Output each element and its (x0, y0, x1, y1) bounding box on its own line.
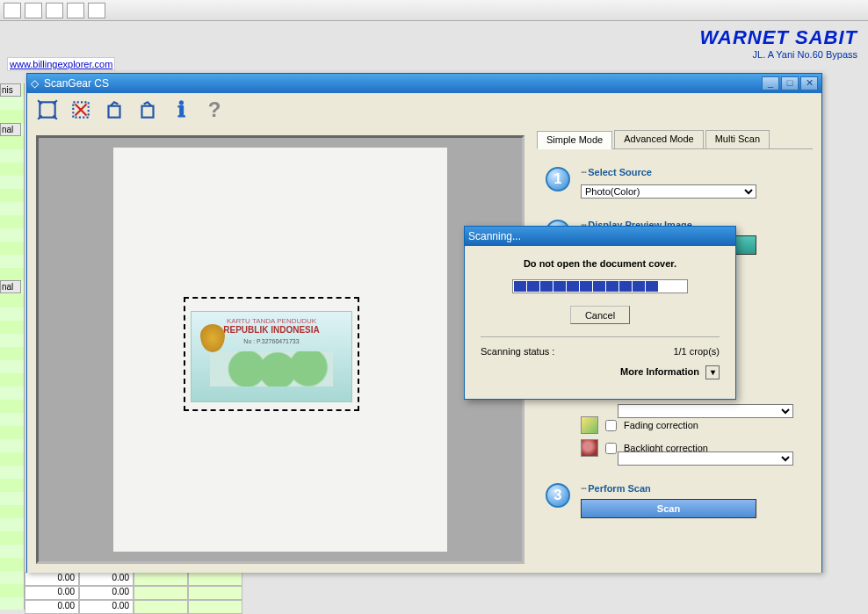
brand-block: WARNET SABIT JL. A Yani No.60 Bypass (700, 26, 857, 60)
tool-icon-1[interactable] (4, 3, 21, 18)
brand-title: WARNET SABIT (700, 26, 857, 49)
maximize-button[interactable]: □ (781, 76, 799, 90)
grid-cell (134, 572, 188, 586)
scan-button[interactable]: Scan (581, 499, 756, 518)
fading-icon (581, 416, 598, 434)
dialog-title: Scanning... (468, 230, 521, 242)
dialog-message: Do not open the document cover. (481, 258, 720, 269)
brand-subtitle: JL. A Yani No.60 Bypass (700, 49, 857, 60)
step-1: 1 Select Source Photo(Color) (546, 167, 804, 199)
info-icon[interactable]: ℹ (168, 97, 194, 123)
window-toolbar: ℹ ? (27, 93, 821, 126)
clear-crop-icon[interactable] (68, 97, 94, 123)
mode-tabs: Simple Mode Advanced Mode Multi Scan (537, 130, 813, 149)
grid-cell: 0.00 (25, 586, 79, 600)
source-select[interactable]: Photo(Color) (581, 184, 756, 199)
step-number-1: 1 (546, 167, 570, 191)
backlight-icon (581, 439, 598, 457)
progress-segment (606, 281, 618, 292)
progress-segment (527, 281, 539, 292)
progress-segment (567, 281, 579, 292)
tool-icon-5[interactable] (88, 3, 105, 18)
grid-cell (188, 572, 242, 586)
emblem-icon (200, 324, 225, 352)
svg-rect-0 (40, 102, 54, 117)
progress-segment (619, 281, 632, 292)
progress-segment (540, 281, 553, 292)
tool-icon-3[interactable] (46, 3, 63, 18)
scanning-dialog: Scanning... Do not open the document cov… (464, 226, 736, 400)
scanned-paper: KARTU TANDA PENDUDUK REPUBLIK INDONESIA … (113, 148, 447, 552)
grid-cell (188, 600, 242, 614)
grid-cell: 0.00 (79, 600, 134, 614)
id-card-preview: KARTU TANDA PENDUDUK REPUBLIK INDONESIA … (191, 311, 352, 402)
fading-checkbox[interactable] (605, 420, 617, 431)
progress-segment (553, 281, 566, 292)
progress-segment (593, 281, 605, 292)
preview-area[interactable]: KARTU TANDA PENDUDUK REPUBLIK INDONESIA … (36, 135, 524, 564)
auto-crop-icon[interactable] (34, 97, 61, 123)
step-3-title: Perform Scan (581, 483, 804, 494)
rotate-left-icon[interactable] (101, 97, 127, 123)
grid-cell (134, 600, 188, 614)
step-3: 3 Perform Scan Scan (546, 483, 804, 518)
more-info-dropdown[interactable]: ▾ (705, 365, 720, 379)
tool-icon-2[interactable] (25, 3, 42, 18)
progress-segment (514, 281, 526, 292)
side-label-3: nal (0, 280, 21, 293)
hidden-select-1[interactable] (618, 404, 793, 418)
progress-segment (646, 281, 658, 292)
card-map-graphic (210, 351, 333, 386)
progress-segment (672, 281, 684, 292)
help-icon[interactable]: ? (201, 97, 228, 123)
grid-cell (188, 586, 242, 600)
minimize-button[interactable]: _ (762, 76, 779, 90)
side-label-1: nis (0, 83, 21, 97)
close-button[interactable]: ✕ (800, 76, 818, 90)
grid-cell: 0.00 (79, 586, 134, 600)
bottom-grid: 0.000.00 0.000.00 0.000.00 (25, 572, 552, 614)
tab-multi[interactable]: Multi Scan (705, 130, 770, 148)
svg-rect-3 (142, 106, 154, 118)
progress-segment (685, 281, 698, 292)
grid-cell (134, 586, 188, 600)
side-label-2: nal (0, 123, 21, 136)
grid-cell: 0.00 (25, 600, 79, 614)
grid-cell: 0.00 (79, 572, 134, 586)
hidden-select-2[interactable] (618, 451, 793, 466)
tab-simple[interactable]: Simple Mode (537, 131, 612, 149)
status-label: Scanning status : (481, 346, 554, 357)
svg-rect-2 (109, 106, 120, 118)
titlebar[interactable]: ◇ ScanGear CS _ □ ✕ (27, 74, 821, 93)
app-toolbar (0, 0, 868, 21)
backlight-checkbox[interactable] (605, 443, 617, 454)
step-1-title: Select Source (581, 167, 804, 177)
fading-label: Fading correction (624, 420, 698, 430)
billing-url-link[interactable]: www.billingexplorer.com (7, 57, 115, 71)
step-number-3: 3 (546, 483, 570, 508)
app-icon: ◇ (31, 77, 39, 90)
progress-segment (659, 281, 671, 292)
tool-icon-4[interactable] (67, 3, 84, 18)
progress-segment (633, 281, 645, 292)
more-info-label: More Information (620, 366, 699, 377)
tab-advanced[interactable]: Advanced Mode (614, 130, 704, 148)
rotate-right-icon[interactable] (134, 97, 161, 123)
window-title: ScanGear CS (44, 77, 109, 90)
grid-cell: 0.00 (25, 572, 79, 586)
preview-pane: KARTU TANDA PENDUDUK REPUBLIK INDONESIA … (27, 126, 533, 573)
dialog-titlebar[interactable]: Scanning... (465, 227, 735, 246)
progress-segment (580, 281, 592, 292)
side-stripe (0, 83, 25, 610)
status-value: 1/1 crop(s) (673, 346, 720, 357)
progress-bar (512, 279, 688, 293)
cancel-button[interactable]: Cancel (570, 306, 630, 324)
